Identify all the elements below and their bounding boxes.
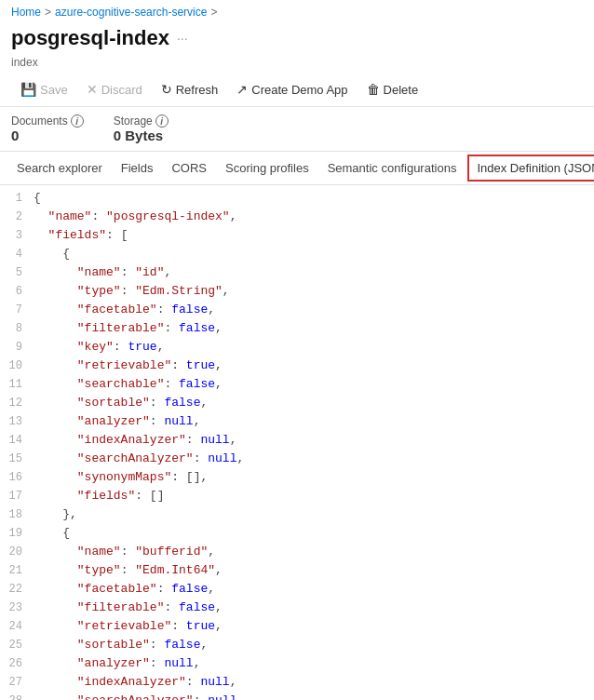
page-title: posgresql-index xyxy=(11,26,169,50)
line-content: "fields": [] xyxy=(34,487,594,505)
create-demo-icon: ↗ xyxy=(236,82,248,97)
line-number: 14 xyxy=(0,431,34,450)
create-demo-button[interactable]: ↗ Create Demo App xyxy=(227,78,357,101)
code-line: 14 "indexAnalyzer": null, xyxy=(0,431,594,450)
line-number: 18 xyxy=(0,505,34,524)
code-line: 2 "name": "posgresql-index", xyxy=(0,208,594,226)
line-content: }, xyxy=(34,505,594,524)
delete-label: Delete xyxy=(384,83,419,97)
line-content: { xyxy=(34,245,594,263)
tab-semantic-configurations[interactable]: Semantic configurations xyxy=(318,154,466,184)
line-number: 10 xyxy=(0,357,34,375)
line-content: "type": "Edm.Int64", xyxy=(34,561,594,580)
code-line: 9 "key": true, xyxy=(0,338,594,357)
tab-cors[interactable]: CORS xyxy=(162,154,216,184)
toolbar: 💾 Save ✕ Discard ↻ Refresh ↗ Create Demo… xyxy=(0,74,594,107)
line-number: 3 xyxy=(0,226,34,245)
code-line: 20 "name": "bufferid", xyxy=(0,543,594,561)
documents-label: Documents i xyxy=(11,114,84,128)
documents-value: 0 xyxy=(11,128,84,143)
delete-button[interactable]: 🗑 Delete xyxy=(358,78,428,101)
breadcrumb-service[interactable]: azure-cognitive-search-service xyxy=(55,6,207,19)
line-content: "searchable": false, xyxy=(34,375,594,394)
code-line: 10 "retrievable": true, xyxy=(0,357,594,375)
line-content: { xyxy=(34,189,594,208)
line-number: 21 xyxy=(0,561,34,580)
breadcrumb-sep1: > xyxy=(45,6,51,19)
code-line: 6 "type": "Edm.String", xyxy=(0,282,594,301)
tab-search-explorer[interactable]: Search explorer xyxy=(7,154,112,184)
code-line: 24 "retrievable": true, xyxy=(0,617,594,636)
tabs: Search explorerFieldsCORSScoring profile… xyxy=(0,152,594,185)
code-line: 3 "fields": [ xyxy=(0,226,594,245)
line-number: 25 xyxy=(0,636,34,654)
discard-button[interactable]: ✕ Discard xyxy=(77,78,152,101)
line-number: 11 xyxy=(0,375,34,394)
line-number: 12 xyxy=(0,394,34,412)
create-demo-label: Create Demo App xyxy=(251,83,347,97)
line-number: 24 xyxy=(0,617,34,636)
breadcrumb-home[interactable]: Home xyxy=(11,6,41,19)
more-options-icon[interactable]: ··· xyxy=(177,31,188,46)
page-subtitle: index xyxy=(0,56,594,74)
line-content: "filterable": false, xyxy=(34,319,594,338)
line-number: 6 xyxy=(0,282,34,301)
refresh-label: Refresh xyxy=(176,83,219,97)
code-line: 21 "type": "Edm.Int64", xyxy=(0,561,594,580)
line-content: "searchAnalyzer": null, xyxy=(34,692,594,700)
code-line: 7 "facetable": false, xyxy=(0,301,594,319)
line-content: "name": "posgresql-index", xyxy=(34,208,594,226)
line-number: 22 xyxy=(0,580,34,599)
page-header: posgresql-index ··· xyxy=(0,22,594,56)
stats-bar: Documents i 0 Storage i 0 Bytes xyxy=(0,107,594,152)
save-icon: 💾 xyxy=(20,82,36,97)
code-line: 18 }, xyxy=(0,505,594,524)
documents-info-icon[interactable]: i xyxy=(71,114,84,128)
line-number: 5 xyxy=(0,263,34,282)
line-number: 26 xyxy=(0,654,34,673)
refresh-button[interactable]: ↻ Refresh xyxy=(152,78,228,101)
save-button[interactable]: 💾 Save xyxy=(11,78,77,101)
line-content: "analyzer": null, xyxy=(34,654,594,673)
code-line: 4 { xyxy=(0,245,594,263)
code-line: 27 "indexAnalyzer": null, xyxy=(0,673,594,692)
discard-icon: ✕ xyxy=(87,82,98,97)
code-line: 17 "fields": [] xyxy=(0,487,594,505)
line-number: 23 xyxy=(0,599,34,617)
line-number: 19 xyxy=(0,524,34,543)
code-line: 19 { xyxy=(0,524,594,543)
code-line: 5 "name": "id", xyxy=(0,263,594,282)
line-number: 1 xyxy=(0,189,34,208)
line-content: "analyzer": null, xyxy=(34,412,594,431)
storage-info-icon[interactable]: i xyxy=(155,114,169,128)
line-content: "name": "bufferid", xyxy=(34,543,594,561)
code-area: 1{2 "name": "posgresql-index",3 "fields"… xyxy=(0,185,594,700)
line-content: "searchAnalyzer": null, xyxy=(34,450,594,468)
code-line: 1{ xyxy=(0,189,594,208)
tab-index-definition[interactable]: Index Definition (JSON) xyxy=(467,155,594,182)
storage-label: Storage i xyxy=(114,114,169,128)
code-line: 16 "synonymMaps": [], xyxy=(0,468,594,487)
line-content: "sortable": false, xyxy=(34,636,594,654)
breadcrumb-sep2: > xyxy=(210,6,217,19)
line-content: "indexAnalyzer": null, xyxy=(34,431,594,450)
line-content: "indexAnalyzer": null, xyxy=(34,673,594,692)
line-number: 2 xyxy=(0,208,34,226)
code-line: 25 "sortable": false, xyxy=(0,636,594,654)
line-number: 13 xyxy=(0,412,34,431)
line-content: "retrievable": true, xyxy=(34,357,594,375)
line-content: "facetable": false, xyxy=(34,580,594,599)
code-line: 26 "analyzer": null, xyxy=(0,654,594,673)
line-content: "key": true, xyxy=(34,338,594,357)
save-label: Save xyxy=(40,83,68,97)
code-line: 12 "sortable": false, xyxy=(0,394,594,412)
line-number: 4 xyxy=(0,245,34,263)
code-line: 11 "searchable": false, xyxy=(0,375,594,394)
line-number: 17 xyxy=(0,487,34,505)
line-number: 8 xyxy=(0,319,34,338)
tab-scoring-profiles[interactable]: Scoring profiles xyxy=(216,154,318,184)
line-number: 15 xyxy=(0,450,34,468)
line-number: 7 xyxy=(0,301,34,319)
tab-fields[interactable]: Fields xyxy=(112,154,163,184)
line-number: 27 xyxy=(0,673,34,692)
